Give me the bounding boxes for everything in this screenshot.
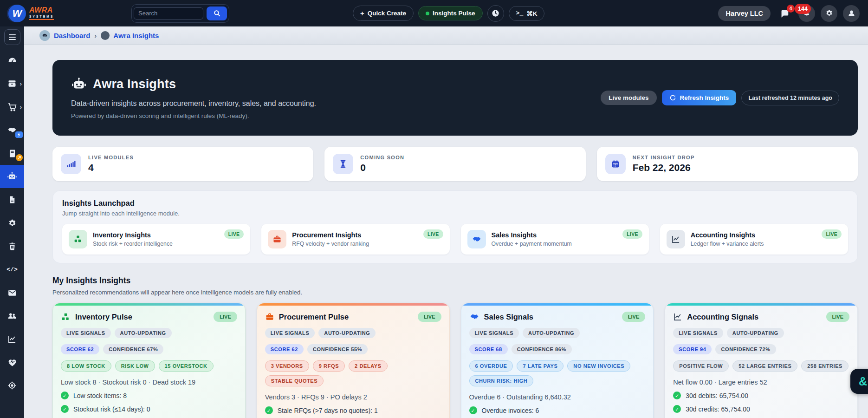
status-tag: LIVE SIGNALS bbox=[469, 328, 519, 338]
breadcrumb-current[interactable]: Awra Insights bbox=[101, 31, 159, 40]
stat-value: 4 bbox=[88, 162, 134, 173]
company-switcher[interactable]: Harvey LLC bbox=[718, 6, 771, 21]
my-insights-subtitle: Personalized recommendations will appear… bbox=[52, 289, 858, 296]
search-input[interactable] bbox=[134, 7, 203, 20]
robot-icon bbox=[71, 77, 87, 92]
analytics-chart-icon bbox=[7, 334, 17, 344]
last-refreshed-badge: Last refreshed 12 minutes ago bbox=[741, 91, 839, 105]
refresh-insights-label: Refresh Insights bbox=[680, 94, 729, 101]
sidebar-item-users[interactable] bbox=[0, 304, 24, 327]
clock-icon bbox=[491, 9, 500, 18]
sidebar-item-mail[interactable] bbox=[0, 281, 24, 304]
hero-note: Powered by data-driven scoring and intel… bbox=[71, 112, 316, 119]
sidebar-item-developer[interactable]: </> bbox=[0, 258, 24, 281]
ledger-book-icon bbox=[8, 149, 17, 158]
sidebar-item-awra-insights[interactable] bbox=[0, 165, 24, 188]
trend-badge-icon bbox=[16, 154, 23, 161]
awra-logo-icon: W bbox=[8, 5, 26, 22]
stat-card-coming-soon: COMING SOON 0 bbox=[324, 147, 585, 181]
insight-item: ✓ 30d credits: 65,754.00 bbox=[673, 405, 849, 413]
pulse-summary: Low stock 8 · Stockout risk 0 · Dead sto… bbox=[61, 379, 237, 386]
confidence-badge: CONFIDENCE 55% bbox=[307, 344, 368, 354]
sidebar-item-trash[interactable] bbox=[0, 235, 24, 258]
breadcrumb-dashboard[interactable]: Dashboard bbox=[39, 30, 90, 41]
sidebar-item-health[interactable] bbox=[0, 351, 24, 374]
check-icon: ✓ bbox=[61, 405, 69, 413]
sidebar-item-sales[interactable]: › bbox=[0, 95, 24, 118]
module-subtitle: Ledger flow + variance alerts bbox=[691, 241, 764, 247]
settings-button[interactable] bbox=[821, 5, 837, 22]
pulse-card-procurement[interactable]: Procurement Pulse LIVE LIVE SIGNALS AUTO… bbox=[257, 303, 450, 418]
user-menu-button[interactable] bbox=[843, 5, 860, 22]
pulse-card-accounting[interactable]: Accounting Signals LIVE LIVE SIGNALS AUT… bbox=[665, 303, 858, 418]
settings-gear-icon bbox=[7, 218, 17, 228]
stat-label: NEXT INSIGHT DROP bbox=[633, 155, 695, 160]
insight-item: ✓ 30d debits: 65,754.00 bbox=[673, 392, 849, 399]
live-modules-button[interactable]: Live modules bbox=[601, 91, 656, 105]
signal-chip: RISK LOW bbox=[115, 360, 155, 372]
module-subtitle: Overdue + payment momentum bbox=[492, 241, 572, 247]
sidebar-item-documents[interactable] bbox=[0, 188, 24, 211]
sidebar-toggle-button[interactable] bbox=[4, 29, 20, 45]
sidebar-item-settings[interactable] bbox=[0, 211, 24, 235]
sidebar-item-target[interactable] bbox=[0, 374, 24, 397]
stat-label: LIVE MODULES bbox=[88, 155, 134, 160]
command-palette-button[interactable]: >_ ⌘K bbox=[509, 6, 545, 21]
chevron-right-icon: › bbox=[20, 80, 22, 87]
terminal-prompt-icon: >_ bbox=[516, 10, 524, 17]
signal-chip: STABLE QUOTES bbox=[265, 375, 324, 386]
module-subtitle: RFQ velocity + vendor ranking bbox=[292, 241, 369, 247]
packages-icon bbox=[7, 79, 17, 88]
user-avatar-icon bbox=[847, 9, 856, 18]
score-badge: SCORE 68 bbox=[469, 344, 508, 354]
chat-button[interactable]: 4 bbox=[776, 5, 793, 22]
quick-create-button[interactable]: + Quick Create bbox=[353, 6, 414, 21]
check-icon: ✓ bbox=[673, 405, 681, 413]
app-root: W AWRA SYSTEMS + Quick Create Insights P… bbox=[0, 0, 868, 418]
sidebar-item-accounting[interactable] bbox=[0, 142, 24, 165]
gear-icon bbox=[825, 9, 834, 18]
chat-widget-button[interactable]: & bbox=[850, 369, 868, 394]
module-card-inventory[interactable]: Inventory Insights Stock risk + reorder … bbox=[62, 224, 250, 255]
module-card-procurement[interactable]: Procurement Insights RFQ velocity + vend… bbox=[261, 224, 449, 255]
signal-chip: 6 OVERDUE bbox=[469, 360, 513, 372]
hero-actions: Live modules Refresh Insights Last refre… bbox=[601, 90, 839, 105]
dashboard-gauge-icon bbox=[39, 30, 50, 41]
shortcut-label: ⌘K bbox=[526, 10, 537, 17]
sidebar-item-analytics[interactable] bbox=[0, 327, 24, 351]
widget-loop-icon: & bbox=[859, 375, 867, 388]
calendar-icon bbox=[605, 154, 626, 174]
history-clock-button[interactable] bbox=[487, 5, 504, 22]
pulse-card-sales[interactable]: Sales Signals LIVE LIVE SIGNALS AUTO-UPD… bbox=[461, 303, 654, 418]
pulse-card-title: Procurement Pulse bbox=[279, 313, 349, 321]
sidebar-item-inventory[interactable]: › bbox=[0, 72, 24, 95]
brand-logo[interactable]: W AWRA SYSTEMS bbox=[8, 5, 131, 22]
pulse-card-inventory[interactable]: Inventory Pulse LIVE LIVE SIGNALS AUTO-U… bbox=[52, 303, 246, 418]
invoice-file-icon bbox=[8, 196, 16, 204]
sidebar-item-dashboard[interactable] bbox=[0, 49, 24, 72]
signal-chip: POSITIVE FLOW bbox=[673, 360, 729, 372]
pulse-card-title: Accounting Signals bbox=[687, 313, 758, 321]
status-tag: AUTO-UPDATING bbox=[115, 328, 172, 338]
inventory-boxes-icon bbox=[69, 230, 87, 248]
page-title: Awra Insights bbox=[93, 77, 176, 91]
robot-icon bbox=[7, 171, 17, 182]
module-card-sales[interactable]: Sales Insights Overdue + payment momentu… bbox=[461, 224, 649, 255]
logo-initial: W bbox=[13, 7, 22, 20]
status-tag: AUTO-UPDATING bbox=[727, 328, 784, 338]
hero-banner: Awra Insights Data-driven insights acros… bbox=[52, 60, 858, 136]
status-tag: AUTO-UPDATING bbox=[523, 328, 580, 338]
sidebar-item-crm[interactable] bbox=[0, 118, 24, 142]
module-card-accounting[interactable]: Accounting Insights Ledger flow + varian… bbox=[660, 224, 848, 255]
stat-value: Feb 22, 2026 bbox=[633, 162, 695, 173]
refresh-insights-button[interactable]: Refresh Insights bbox=[662, 90, 737, 105]
insights-pulse-button[interactable]: Insights Pulse bbox=[418, 6, 483, 20]
search-button[interactable] bbox=[207, 7, 227, 20]
inventory-boxes-icon bbox=[61, 312, 71, 322]
check-icon: ✓ bbox=[469, 406, 477, 414]
handshake-icon bbox=[467, 230, 486, 248]
notifications-button[interactable]: 144 bbox=[798, 5, 815, 22]
breadcrumb-dashboard-label: Dashboard bbox=[54, 32, 90, 39]
brand-subtitle: SYSTEMS bbox=[29, 15, 54, 20]
live-badge: LIVE bbox=[622, 229, 642, 239]
